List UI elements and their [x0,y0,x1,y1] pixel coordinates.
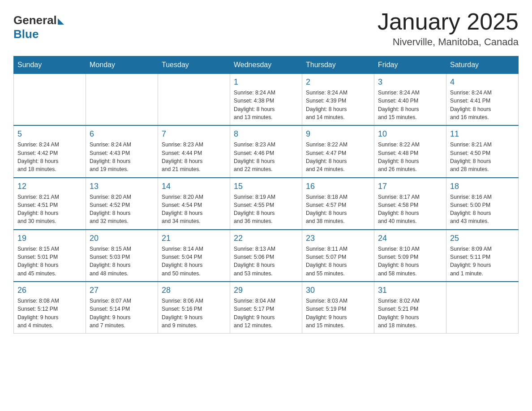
calendar-cell: 25Sunrise: 8:09 AMSunset: 5:11 PMDayligh… [446,230,519,282]
day-number: 7 [162,129,226,139]
day-number: 31 [378,286,442,295]
day-info: Sunrise: 8:02 AMSunset: 5:21 PMDaylight:… [378,297,442,330]
calendar-cell: 15Sunrise: 8:19 AMSunset: 4:55 PMDayligh… [230,178,302,230]
day-info: Sunrise: 8:15 AMSunset: 5:03 PMDaylight:… [90,245,154,278]
calendar-cell: 1Sunrise: 8:24 AMSunset: 4:38 PMDaylight… [230,74,302,126]
calendar-week-row: 12Sunrise: 8:21 AMSunset: 4:51 PMDayligh… [14,178,519,230]
day-number: 18 [450,182,515,191]
calendar-cell: 7Sunrise: 8:23 AMSunset: 4:44 PMDaylight… [158,125,230,177]
calendar-cell: 12Sunrise: 8:21 AMSunset: 4:51 PMDayligh… [14,178,86,230]
calendar-cell: 18Sunrise: 8:16 AMSunset: 5:00 PMDayligh… [446,178,519,230]
day-number: 24 [378,234,442,243]
calendar-cell: 26Sunrise: 8:08 AMSunset: 5:12 PMDayligh… [14,282,86,334]
calendar-week-row: 26Sunrise: 8:08 AMSunset: 5:12 PMDayligh… [14,282,519,334]
day-number: 12 [17,182,82,191]
day-info: Sunrise: 8:24 AMSunset: 4:41 PMDaylight:… [450,89,515,121]
calendar-cell: 20Sunrise: 8:15 AMSunset: 5:03 PMDayligh… [86,230,158,282]
day-number: 5 [17,129,82,139]
day-info: Sunrise: 8:08 AMSunset: 5:12 PMDaylight:… [17,297,82,330]
calendar-cell: 31Sunrise: 8:02 AMSunset: 5:21 PMDayligh… [374,282,446,334]
calendar-cell: 6Sunrise: 8:24 AMSunset: 4:43 PMDaylight… [86,125,158,177]
day-info: Sunrise: 8:22 AMSunset: 4:48 PMDaylight:… [378,141,442,173]
day-info: Sunrise: 8:03 AMSunset: 5:19 PMDaylight:… [306,297,370,330]
calendar-subtitle: Niverville, Manitoba, Canada [378,36,519,48]
day-number: 30 [306,286,370,295]
calendar-cell: 5Sunrise: 8:24 AMSunset: 4:42 PMDaylight… [14,125,86,177]
col-header-sunday: Sunday [14,56,86,74]
day-number: 17 [378,182,442,191]
day-number: 26 [17,286,82,295]
calendar-cell: 28Sunrise: 8:06 AMSunset: 5:16 PMDayligh… [158,282,230,334]
calendar-cell [446,282,519,334]
col-header-saturday: Saturday [446,56,519,74]
calendar-table: SundayMondayTuesdayWednesdayThursdayFrid… [13,56,519,334]
calendar-cell: 19Sunrise: 8:15 AMSunset: 5:01 PMDayligh… [14,230,86,282]
col-header-wednesday: Wednesday [230,56,302,74]
calendar-cell: 9Sunrise: 8:22 AMSunset: 4:47 PMDaylight… [302,125,374,177]
calendar-cell: 23Sunrise: 8:11 AMSunset: 5:07 PMDayligh… [302,230,374,282]
day-info: Sunrise: 8:23 AMSunset: 4:44 PMDaylight:… [162,141,226,173]
day-number: 4 [450,77,515,87]
logo-arrow-icon [58,18,64,25]
logo-general-text: General [13,13,57,27]
calendar-title: January 2025 [378,9,519,34]
day-info: Sunrise: 8:14 AMSunset: 5:04 PMDaylight:… [162,245,226,278]
day-number: 22 [234,234,298,243]
day-number: 2 [306,77,370,87]
day-number: 27 [90,286,154,295]
logo-area: General Blue [13,9,64,41]
day-info: Sunrise: 8:20 AMSunset: 4:54 PMDaylight:… [162,193,226,226]
calendar-cell: 3Sunrise: 8:24 AMSunset: 4:40 PMDaylight… [374,74,446,126]
day-info: Sunrise: 8:13 AMSunset: 5:06 PMDaylight:… [234,245,298,278]
day-number: 28 [162,286,226,295]
calendar-cell: 11Sunrise: 8:21 AMSunset: 4:50 PMDayligh… [446,125,519,177]
day-number: 23 [306,234,370,243]
day-number: 10 [378,129,442,139]
day-number: 25 [450,234,515,243]
calendar-cell: 2Sunrise: 8:24 AMSunset: 4:39 PMDaylight… [302,74,374,126]
calendar-cell [86,74,158,126]
calendar-week-row: 19Sunrise: 8:15 AMSunset: 5:01 PMDayligh… [14,230,519,282]
day-info: Sunrise: 8:11 AMSunset: 5:07 PMDaylight:… [306,245,370,278]
day-info: Sunrise: 8:21 AMSunset: 4:51 PMDaylight:… [17,193,82,226]
calendar-header-row: SundayMondayTuesdayWednesdayThursdayFrid… [14,56,519,74]
day-number: 1 [234,77,298,87]
col-header-friday: Friday [374,56,446,74]
day-number: 8 [234,129,298,139]
day-number: 13 [90,182,154,191]
day-info: Sunrise: 8:17 AMSunset: 4:58 PMDaylight:… [378,193,442,226]
day-number: 3 [378,77,442,87]
day-info: Sunrise: 8:04 AMSunset: 5:17 PMDaylight:… [234,297,298,330]
calendar-cell: 29Sunrise: 8:04 AMSunset: 5:17 PMDayligh… [230,282,302,334]
calendar-cell: 30Sunrise: 8:03 AMSunset: 5:19 PMDayligh… [302,282,374,334]
calendar-cell: 24Sunrise: 8:10 AMSunset: 5:09 PMDayligh… [374,230,446,282]
day-info: Sunrise: 8:15 AMSunset: 5:01 PMDaylight:… [17,245,82,278]
day-number: 15 [234,182,298,191]
day-number: 29 [234,286,298,295]
day-number: 21 [162,234,226,243]
logo-blue-text: Blue [13,27,39,41]
day-number: 9 [306,129,370,139]
day-info: Sunrise: 8:22 AMSunset: 4:47 PMDaylight:… [306,141,370,173]
calendar-cell: 8Sunrise: 8:23 AMSunset: 4:46 PMDaylight… [230,125,302,177]
day-info: Sunrise: 8:06 AMSunset: 5:16 PMDaylight:… [162,297,226,330]
day-info: Sunrise: 8:24 AMSunset: 4:43 PMDaylight:… [90,141,154,173]
day-info: Sunrise: 8:21 AMSunset: 4:50 PMDaylight:… [450,141,515,173]
day-number: 14 [162,182,226,191]
calendar-cell [14,74,86,126]
day-info: Sunrise: 8:19 AMSunset: 4:55 PMDaylight:… [234,193,298,226]
day-info: Sunrise: 8:10 AMSunset: 5:09 PMDaylight:… [378,245,442,278]
day-info: Sunrise: 8:09 AMSunset: 5:11 PMDaylight:… [450,245,515,278]
day-info: Sunrise: 8:07 AMSunset: 5:14 PMDaylight:… [90,297,154,330]
day-number: 6 [90,129,154,139]
day-number: 19 [17,234,82,243]
title-area: January 2025 Niverville, Manitoba, Canad… [378,9,519,48]
day-info: Sunrise: 8:24 AMSunset: 4:38 PMDaylight:… [234,89,298,121]
day-info: Sunrise: 8:23 AMSunset: 4:46 PMDaylight:… [234,141,298,173]
day-number: 11 [450,129,515,139]
day-number: 16 [306,182,370,191]
col-header-thursday: Thursday [302,56,374,74]
day-info: Sunrise: 8:24 AMSunset: 4:40 PMDaylight:… [378,89,442,121]
header: General Blue January 2025 Niverville, Ma… [13,9,519,48]
calendar-cell [158,74,230,126]
